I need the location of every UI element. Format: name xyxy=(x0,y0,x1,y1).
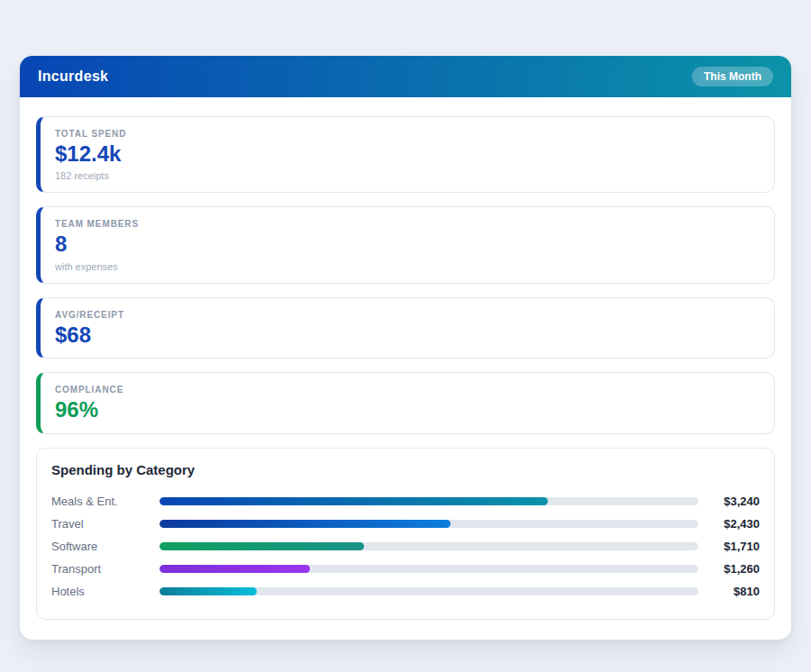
category-label: Travel xyxy=(51,517,159,531)
chart-row-software: Software $1,710 xyxy=(51,535,760,558)
stat-value: $68 xyxy=(55,323,760,347)
stat-label: TOTAL SPEND xyxy=(55,129,760,139)
stat-card-avg-receipt: AVG/RECEIPT $68 xyxy=(36,297,775,359)
stat-card-team-members: TEAM MEMBERS 8 with expenses xyxy=(36,206,775,283)
spending-by-category-card: Spending by Category Meals & Ent. $3,240… xyxy=(36,448,775,620)
bar-track xyxy=(159,497,698,505)
chart-row-transport: Transport $1,260 xyxy=(51,558,760,580)
category-value: $1,260 xyxy=(698,562,760,576)
chart-row-hotels: Hotels $810 xyxy=(51,580,760,603)
category-value: $810 xyxy=(698,585,760,598)
stat-value: 96% xyxy=(55,398,760,422)
category-value: $2,430 xyxy=(698,517,760,531)
stat-card-total-spend: TOTAL SPEND $12.4k 182 receipts xyxy=(36,116,775,193)
bar-fill-travel xyxy=(159,520,451,528)
chart-row-travel: Travel $2,430 xyxy=(51,513,760,535)
dashboard-content: TOTAL SPEND $12.4k 182 receipts TEAM MEM… xyxy=(20,97,791,640)
bar-track xyxy=(159,565,698,573)
bar-track xyxy=(159,542,698,550)
dashboard-panel: Incurdesk This Month TOTAL SPEND $12.4k … xyxy=(20,56,791,640)
stat-label: COMPLIANCE xyxy=(55,385,760,395)
stat-label: TEAM MEMBERS xyxy=(55,219,760,229)
category-label: Meals & Ent. xyxy=(51,495,159,508)
bar-fill-meals xyxy=(159,497,548,505)
chart-row-meals: Meals & Ent. $3,240 xyxy=(51,490,760,513)
bar-fill-software xyxy=(159,542,364,550)
bar-track xyxy=(159,520,698,528)
app-title: Incurdesk xyxy=(38,68,108,85)
chart-title: Spending by Category xyxy=(51,462,760,477)
bar-track xyxy=(159,587,698,595)
category-value: $3,240 xyxy=(698,495,760,508)
stat-subtext: 182 receipts xyxy=(55,170,760,181)
bar-fill-hotels xyxy=(159,587,257,595)
category-label: Transport xyxy=(51,562,159,576)
period-badge[interactable]: This Month xyxy=(692,67,773,86)
stat-label: AVG/RECEIPT xyxy=(55,310,760,320)
bar-fill-transport xyxy=(159,565,310,573)
app-header: Incurdesk This Month xyxy=(20,56,791,97)
stat-value: 8 xyxy=(55,232,760,256)
stat-card-compliance: COMPLIANCE 96% xyxy=(36,372,775,433)
stat-subtext: with expenses xyxy=(55,261,760,272)
category-label: Hotels xyxy=(51,585,159,598)
category-label: Software xyxy=(51,540,159,553)
stat-value: $12.4k xyxy=(55,142,760,166)
category-value: $1,710 xyxy=(698,540,760,553)
